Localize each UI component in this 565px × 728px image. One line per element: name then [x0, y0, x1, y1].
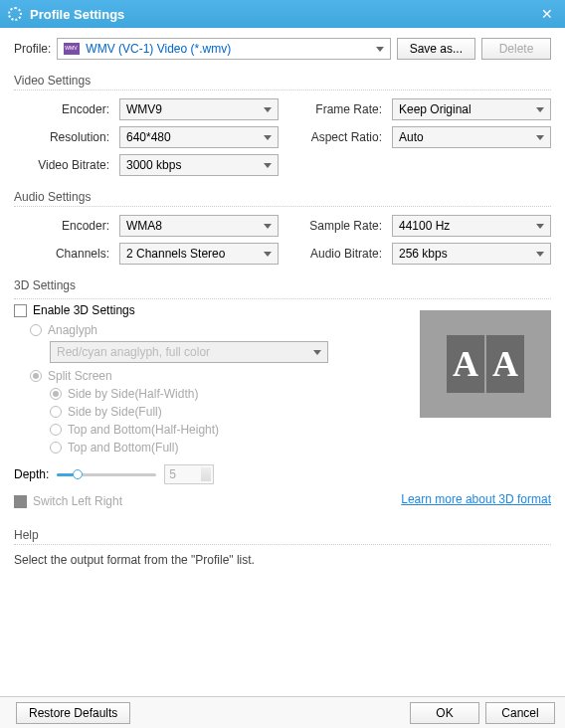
- channels-label: Channels:: [14, 247, 109, 261]
- footer: Restore Defaults OK Cancel: [0, 696, 565, 728]
- preview-letter-left: A: [447, 335, 484, 393]
- switch-lr-checkbox: [14, 495, 27, 508]
- video-encoder-select[interactable]: WMV9: [119, 98, 279, 120]
- depth-spinner[interactable]: 5: [164, 464, 214, 484]
- video-bitrate-select[interactable]: 3000 kbps: [119, 154, 279, 176]
- sbs-half-radio: [50, 388, 62, 400]
- split-label: Split Screen: [48, 369, 112, 383]
- tb-half-radio: [50, 424, 62, 436]
- framerate-select[interactable]: Keep Original: [392, 98, 551, 120]
- window-title: Profile Settings: [30, 7, 537, 22]
- chevron-down-icon: [264, 163, 272, 168]
- audio-settings-title: Audio Settings: [14, 190, 551, 207]
- profile-value: WMV (VC-1) Video (*.wmv): [86, 42, 383, 56]
- learn-more-3d-link[interactable]: Learn more about 3D format: [401, 492, 551, 506]
- chevron-down-icon: [536, 107, 544, 112]
- wmv-format-icon: [64, 43, 80, 55]
- close-icon[interactable]: ✕: [537, 6, 557, 22]
- switch-lr-label: Switch Left Right: [33, 494, 122, 508]
- aspect-label: Aspect Ratio:: [288, 130, 382, 144]
- sbs-full-radio: [50, 406, 62, 418]
- profile-dropdown[interactable]: WMV (VC-1) Video (*.wmv): [57, 38, 390, 60]
- profile-row: Profile: WMV (VC-1) Video (*.wmv) Save a…: [14, 38, 551, 60]
- chevron-down-icon: [264, 252, 272, 257]
- audio-bitrate-select[interactable]: 256 kbps: [392, 243, 551, 265]
- restore-defaults-button[interactable]: Restore Defaults: [16, 702, 130, 724]
- 3d-settings-group: 3D Settings Enable 3D Settings Anaglyph …: [14, 278, 551, 508]
- chevron-down-icon: [264, 135, 272, 140]
- profile-label: Profile:: [14, 42, 51, 56]
- ok-button[interactable]: OK: [410, 702, 479, 724]
- samplerate-label: Sample Rate:: [288, 219, 382, 233]
- resolution-label: Resolution:: [14, 130, 109, 144]
- tb-full-row: Top and Bottom(Full): [50, 441, 551, 455]
- depth-label: Depth:: [14, 467, 49, 481]
- video-settings-group: Video Settings Encoder: WMV9 Frame Rate:…: [14, 74, 551, 176]
- anaglyph-radio: [30, 324, 42, 336]
- app-icon: [8, 7, 22, 21]
- help-group: Help Select the output format from the "…: [14, 528, 551, 567]
- help-text: Select the output format from the "Profi…: [14, 553, 551, 567]
- audio-settings-group: Audio Settings Encoder: WMA8 Sample Rate…: [14, 190, 551, 265]
- tb-full-radio: [50, 442, 62, 454]
- chevron-down-icon: [536, 252, 544, 257]
- chevron-down-icon: [376, 47, 384, 52]
- audio-bitrate-label: Audio Bitrate:: [288, 247, 382, 261]
- video-settings-title: Video Settings: [14, 74, 551, 91]
- audio-encoder-label: Encoder:: [14, 219, 109, 233]
- save-as-button[interactable]: Save as...: [397, 38, 475, 60]
- framerate-label: Frame Rate:: [288, 102, 382, 116]
- delete-button: Delete: [481, 38, 551, 60]
- split-radio: [30, 370, 42, 382]
- video-encoder-label: Encoder:: [14, 102, 109, 116]
- audio-encoder-select[interactable]: WMA8: [119, 215, 279, 237]
- samplerate-select[interactable]: 44100 Hz: [392, 215, 551, 237]
- help-title: Help: [14, 528, 551, 545]
- 3d-settings-title: 3D Settings: [14, 278, 551, 292]
- titlebar: Profile Settings ✕: [0, 0, 565, 28]
- cancel-button[interactable]: Cancel: [485, 702, 555, 724]
- slider-thumb-icon[interactable]: [73, 469, 83, 479]
- enable-3d-label: Enable 3D Settings: [33, 303, 135, 317]
- 3d-preview: A A: [420, 310, 551, 418]
- channels-select[interactable]: 2 Channels Stereo: [119, 243, 279, 265]
- enable-3d-checkbox[interactable]: [14, 304, 27, 317]
- chevron-down-icon: [264, 107, 272, 112]
- tb-half-row: Top and Bottom(Half-Height): [50, 423, 551, 437]
- chevron-down-icon: [536, 135, 544, 140]
- video-bitrate-label: Video Bitrate:: [14, 158, 109, 172]
- preview-letter-right: A: [486, 335, 524, 393]
- depth-slider[interactable]: [57, 467, 156, 481]
- resolution-select[interactable]: 640*480: [119, 126, 279, 148]
- anaglyph-label: Anaglyph: [48, 323, 97, 337]
- chevron-down-icon: [264, 224, 272, 229]
- chevron-down-icon: [313, 350, 321, 355]
- anaglyph-mode-select: Red/cyan anaglyph, full color: [50, 341, 328, 363]
- chevron-down-icon: [536, 224, 544, 229]
- aspect-select[interactable]: Auto: [392, 126, 551, 148]
